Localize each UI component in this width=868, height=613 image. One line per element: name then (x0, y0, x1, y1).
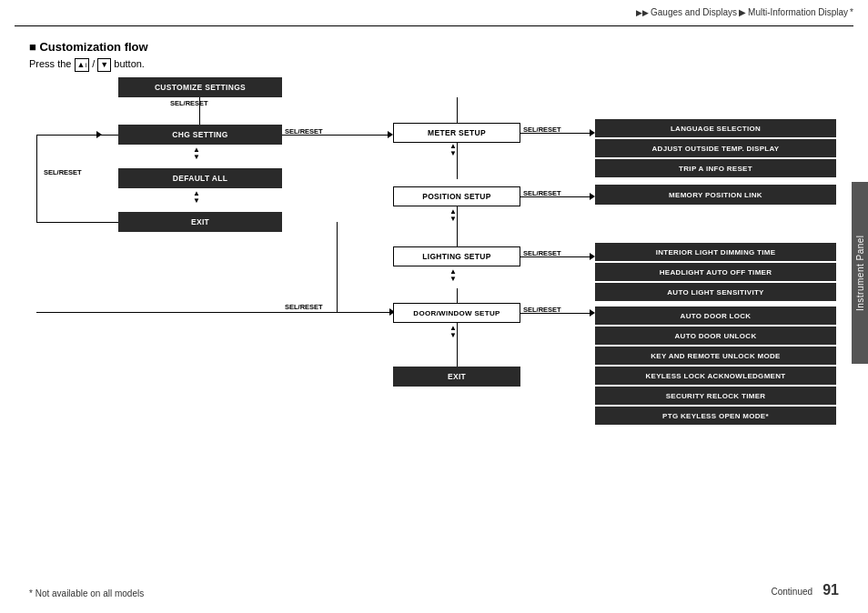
breadcrumb-2: Multi-Information Display (748, 7, 848, 17)
label-sel-reset-1: SEL/RESET (170, 99, 208, 107)
box-position-setup: POSITION SETUP (393, 186, 520, 206)
box-default-all: DEFAULT ALL (118, 168, 282, 188)
box-headlight-auto-off: HEADLIGHT AUTO OFF TIMER (595, 263, 836, 281)
vline-top-mid (457, 97, 458, 123)
label-sel-reset-left: SEL/RESET (44, 168, 82, 176)
arrows-chg: ▲ ▼ (193, 146, 200, 161)
box-key-remote-unlock: KEY AND REMOTE UNLOCK MODE (595, 347, 836, 365)
breadcrumb-sep: ▶ (739, 7, 746, 17)
box-door-window: DOOR/WINDOW SETUP (393, 303, 520, 323)
vline-meter-down (457, 143, 458, 179)
vline-to-door (337, 222, 338, 312)
label-sel-reset-pos: SEL/RESET (523, 189, 561, 197)
footer-continued: Continued 91 (771, 582, 839, 598)
hline-to-meter (337, 135, 391, 136)
arrows-mid-2: ▲ ▼ (449, 208, 457, 223)
hline-left-top (36, 135, 118, 136)
box-ptg-keyless: PTG KEYLESS OPEN MODE* (595, 407, 836, 425)
box-memory-position: MEMORY POSITION LINK (595, 185, 836, 205)
box-adjust-outside-temp: ADJUST OUTSIDE TEMP. DISPLAY (595, 139, 836, 157)
label-sel-reset-chg-right: SEL/RESET (285, 127, 323, 136)
section-title: ■ Customization flow (29, 40, 148, 54)
label-sel-reset-door: SEL/RESET (523, 306, 561, 314)
hline-to-door (36, 312, 337, 313)
page-number: 91 (823, 582, 839, 598)
box-keyless-lock: KEYLESS LOCK ACKNOWLEDGMENT (595, 367, 836, 385)
sidebar-instrument-panel: Instrument Panel (852, 182, 868, 364)
box-security-relock: SECURITY RELOCK TIMER (595, 387, 836, 405)
box-auto-door-lock: AUTO DOOR LOCK (595, 306, 836, 325)
instruction-text: Press the ▲i / ▼ button. (29, 58, 145, 72)
vline-door-exit (457, 323, 458, 367)
top-divider (15, 25, 853, 26)
flow-diagram: CUSTOMIZE SETTINGS SEL/RESET CHG SETTING… (18, 77, 841, 577)
breadcrumb-arrow: ▶▶ (636, 8, 649, 17)
box-exit-bottom: EXIT (393, 367, 520, 387)
label-sel-reset-light: SEL/RESET (523, 249, 561, 257)
box-customize-settings: CUSTOMIZE SETTINGS (118, 77, 282, 97)
box-interior-light: INTERIOR LIGHT DIMMING TIME (595, 243, 836, 261)
hline-left-bot (36, 222, 118, 223)
breadcrumb: ▶▶ Gauges and Displays ▶ Multi-Informati… (636, 7, 853, 17)
arrows-default: ▲ ▼ (193, 190, 200, 205)
box-lighting-setup: LIGHTING SETUP (393, 246, 520, 266)
arrows-mid-1: ▲ ▼ (449, 143, 457, 157)
box-meter-setup: METER SETUP (393, 123, 520, 143)
arrow-to-chg (96, 131, 102, 138)
continued-label: Continued (771, 587, 812, 597)
label-sel-reset-lower: SEL/RESET (285, 303, 323, 311)
hline-to-door2 (337, 312, 393, 313)
box-auto-light-sensitivity: AUTO LIGHT SENSITIVITY (595, 283, 836, 301)
arrows-mid-4: ▲ ▼ (449, 325, 457, 339)
vline-light-door (457, 288, 458, 303)
vline-mid-pos-light (457, 206, 458, 246)
instruction-suffix: button. (114, 58, 145, 69)
breadcrumb-asterisk: * (850, 7, 853, 17)
vline-left (36, 135, 37, 222)
arrows-mid-3: ▲ ▼ (449, 268, 457, 283)
box-chg-setting: CHG SETTING (118, 125, 282, 145)
down-icon: ▼ (97, 58, 111, 72)
box-language-selection: LANGUAGE SELECTION (595, 119, 836, 137)
breadcrumb-1: Gauges and Displays (651, 7, 737, 17)
instruction-prefix: Press the (29, 58, 71, 69)
box-auto-door-unlock: AUTO DOOR UNLOCK (595, 327, 836, 345)
up-info-icon: ▲i (75, 58, 90, 72)
vline-customize-down (199, 97, 200, 125)
box-exit-left: EXIT (118, 212, 282, 232)
footer-note: * Not available on all models (29, 588, 144, 598)
label-sel-reset-meter: SEL/RESET (523, 126, 561, 134)
box-trip-a-info: TRIP A INFO RESET (595, 159, 836, 177)
